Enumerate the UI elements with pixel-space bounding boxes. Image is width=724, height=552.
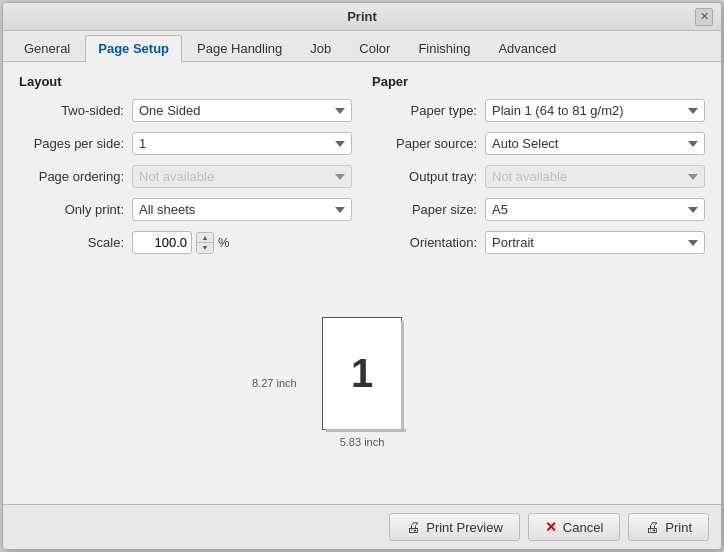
cancel-button[interactable]: ✕ Cancel [528,513,620,541]
scale-label: Scale: [19,235,124,250]
paper-source-label: Paper source: [372,136,477,151]
paper-type-row: Paper type: Plain 1 (64 to 81 g/m2) Plai… [372,99,705,122]
paper-source-row: Paper source: Auto Select Tray 1 Tray 2 [372,132,705,155]
two-sided-row: Two-sided: One Sided Long Edge (Book) Sh… [19,99,352,122]
paper-preview: 8.27 inch 1 5.83 inch [322,317,402,448]
output-tray-row: Output tray: Not available [372,165,705,188]
output-tray-select[interactable]: Not available [485,165,705,188]
tab-page-handling[interactable]: Page Handling [184,35,295,61]
orientation-select[interactable]: Portrait Landscape [485,231,705,254]
tab-finishing[interactable]: Finishing [405,35,483,61]
tab-page-setup[interactable]: Page Setup [85,35,182,62]
print-button[interactable]: 🖨 Print [628,513,709,541]
page-number: 1 [351,351,373,396]
orientation-row: Orientation: Portrait Landscape [372,231,705,254]
paper-type-label: Paper type: [372,103,477,118]
orientation-control: Portrait Landscape [485,231,705,254]
scale-group: ▲ ▼ % [132,231,230,254]
print-preview-label: Print Preview [426,520,503,535]
scale-up-button[interactable]: ▲ [197,233,213,243]
scale-row: Scale: ▲ ▼ % [19,231,352,254]
only-print-row: Only print: All sheets Odd sheets Even s… [19,198,352,221]
main-content: Layout Two-sided: One Sided Long Edge (B… [3,62,721,504]
tab-color[interactable]: Color [346,35,403,61]
cancel-icon: ✕ [545,519,557,535]
close-button[interactable]: ✕ [695,8,713,26]
pages-per-side-row: Pages per side: 1 2 4 6 9 16 [19,132,352,155]
percent-label: % [218,235,230,250]
page-ordering-control: Not available [132,165,352,188]
paper-size-label: Paper size: [372,202,477,217]
pages-per-side-select[interactable]: 1 2 4 6 9 16 [132,132,352,155]
paper-column: Paper Paper type: Plain 1 (64 to 81 g/m2… [372,74,705,273]
scale-input[interactable] [132,231,192,254]
only-print-select[interactable]: All sheets Odd sheets Even sheets [132,198,352,221]
scale-spinner: ▲ ▼ [196,232,214,254]
height-dimension-label: 8.27 inch [252,377,297,389]
two-sided-control: One Sided Long Edge (Book) Short Edge (T… [132,99,352,122]
print-dialog: Print ✕ General Page Setup Page Handling… [2,2,722,550]
output-tray-control: Not available [485,165,705,188]
paper-source-control: Auto Select Tray 1 Tray 2 [485,132,705,155]
paper-source-select[interactable]: Auto Select Tray 1 Tray 2 [485,132,705,155]
paper-size-row: Paper size: A5 A4 A3 Letter Legal [372,198,705,221]
cancel-label: Cancel [563,520,603,535]
title-bar: Print ✕ [3,3,721,31]
paper-size-select[interactable]: A5 A4 A3 Letter Legal [485,198,705,221]
only-print-control: All sheets Odd sheets Even sheets [132,198,352,221]
only-print-label: Only print: [19,202,124,217]
paper-type-select[interactable]: Plain 1 (64 to 81 g/m2) Plain 2 (82 to 1… [485,99,705,122]
orientation-label: Orientation: [372,235,477,250]
print-label: Print [665,520,692,535]
paper-section-header: Paper [372,74,705,89]
tab-job[interactable]: Job [297,35,344,61]
settings-columns: Layout Two-sided: One Sided Long Edge (B… [19,74,705,273]
page-ordering-row: Page ordering: Not available [19,165,352,188]
scale-down-button[interactable]: ▼ [197,243,213,253]
pages-per-side-control: 1 2 4 6 9 16 [132,132,352,155]
paper-size-control: A5 A4 A3 Letter Legal [485,198,705,221]
layout-column: Layout Two-sided: One Sided Long Edge (B… [19,74,352,273]
print-icon: 🖨 [645,519,659,535]
footer: 🖨 Print Preview ✕ Cancel 🖨 Print [3,504,721,549]
window-title: Print [347,9,377,24]
width-dimension-label: 5.83 inch [340,436,385,448]
pages-per-side-label: Pages per side: [19,136,124,151]
two-sided-label: Two-sided: [19,103,124,118]
page-ordering-label: Page ordering: [19,169,124,184]
tab-general[interactable]: General [11,35,83,61]
preview-area: 8.27 inch 1 5.83 inch [19,273,705,492]
page-ordering-select[interactable]: Not available [132,165,352,188]
paper-type-control: Plain 1 (64 to 81 g/m2) Plain 2 (82 to 1… [485,99,705,122]
tab-advanced[interactable]: Advanced [485,35,569,61]
print-preview-icon: 🖨 [406,519,420,535]
two-sided-select[interactable]: One Sided Long Edge (Book) Short Edge (T… [132,99,352,122]
print-preview-button[interactable]: 🖨 Print Preview [389,513,520,541]
scale-control: ▲ ▼ % [132,231,352,254]
paper-sheet: 1 [322,317,402,430]
layout-section-header: Layout [19,74,352,89]
output-tray-label: Output tray: [372,169,477,184]
tab-bar: General Page Setup Page Handling Job Col… [3,31,721,62]
